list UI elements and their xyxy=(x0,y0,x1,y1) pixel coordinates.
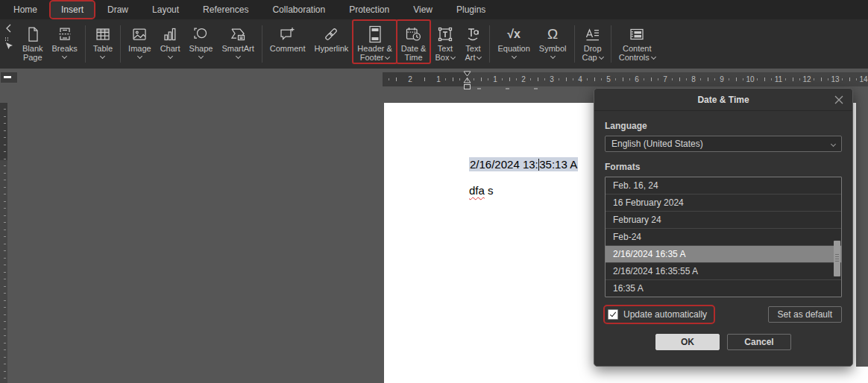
tab-collaboration[interactable]: Collaboration xyxy=(262,1,336,18)
select-pointer-icon[interactable] xyxy=(4,37,14,52)
ok-button[interactable]: OK xyxy=(655,334,720,350)
toolbar-button-text-art[interactable]: Text Art xyxy=(459,20,486,63)
toolbar-button-table[interactable]: Table xyxy=(89,20,117,60)
button-label: Blank xyxy=(22,44,43,53)
toolbar-button-comment[interactable]: Comment xyxy=(265,20,310,54)
equation-icon: √x xyxy=(507,24,521,44)
ruler-number: 14 xyxy=(858,75,868,84)
tab-stop-mark xyxy=(534,88,538,89)
close-icon[interactable] xyxy=(833,94,845,106)
horizontal-ruler: 2 1 1 2 3 4 5 6 7 8 9 10 11 12 13 14 xyxy=(383,72,868,86)
toolbar-divider xyxy=(120,25,121,63)
top-tab-bar: Home Insert Draw Layout References Colla… xyxy=(0,0,868,19)
set-as-default-button[interactable]: Set as default xyxy=(768,306,842,323)
toolbar-button-symbol[interactable]: Ω Symbol xyxy=(535,20,571,60)
chevron-down-icon xyxy=(100,54,105,59)
comment-icon xyxy=(278,24,298,44)
smartart-icon xyxy=(228,24,248,44)
listbox-scrollbar-thumb[interactable] xyxy=(834,241,840,276)
toolbar-button-shape[interactable]: Shape xyxy=(185,20,218,60)
language-select[interactable]: English (United States) xyxy=(605,136,842,152)
tab-stop-mark xyxy=(506,88,509,89)
indent-marker[interactable] xyxy=(462,71,472,90)
symbol-icon: Ω xyxy=(547,24,558,44)
toolbar-divider xyxy=(574,25,575,63)
button-label: Controls xyxy=(619,53,650,62)
format-option[interactable]: February 24 xyxy=(606,212,841,229)
toolbar-button-equation[interactable]: √x Equation xyxy=(493,20,534,60)
button-label: Symbol xyxy=(539,44,567,53)
toolbar-divider xyxy=(611,25,611,63)
ruler-number: 1 xyxy=(491,75,499,84)
ruler-number: 10 xyxy=(744,75,755,84)
text-art-icon xyxy=(464,24,482,44)
table-icon xyxy=(94,24,112,44)
shape-icon xyxy=(192,24,210,44)
date-time-field-text: 2/16/2024 13:35:13 A xyxy=(469,158,578,171)
ruler-number: 4 xyxy=(576,75,584,84)
toolbar-button-chart[interactable]: Chart xyxy=(156,20,185,60)
toolbar-button-hyperlink[interactable]: Hyperlink xyxy=(309,20,353,54)
ruler-number: 6 xyxy=(633,75,641,84)
button-label: Footer xyxy=(360,53,384,62)
vertical-ruler xyxy=(0,103,7,383)
collapse-toolbar-icon[interactable] xyxy=(4,22,14,34)
toolbar-divider xyxy=(489,25,490,63)
toolbar-button-blank-page[interactable]: Blank Page xyxy=(18,20,48,63)
button-label: Drop xyxy=(584,44,602,53)
format-option[interactable]: 16 February 2024 xyxy=(606,194,841,212)
tab-layout[interactable]: Layout xyxy=(142,1,189,18)
chevron-down-icon xyxy=(477,54,482,59)
toolbar-button-image[interactable]: Image xyxy=(124,20,156,60)
button-label: Hyperlink xyxy=(314,44,348,53)
cancel-button[interactable]: Cancel xyxy=(727,334,791,350)
update-automatically-checkbox[interactable] xyxy=(608,309,618,320)
selected-text: 2/16/2024 13:35:13 A xyxy=(469,157,578,171)
format-option[interactable]: Feb. 16, 24 xyxy=(606,177,841,194)
chevron-down-icon xyxy=(236,54,241,59)
tab-view[interactable]: View xyxy=(403,1,443,18)
toolbar-button-content-controls[interactable]: Content Controls xyxy=(614,20,660,63)
button-label: Image xyxy=(128,44,151,53)
chevron-down-icon xyxy=(137,54,142,59)
format-option-selected[interactable]: 2/16/2024 16:35 A xyxy=(606,246,841,263)
tab-insert[interactable]: Insert xyxy=(51,1,94,18)
text-box-icon xyxy=(436,24,454,44)
button-label: Time xyxy=(405,53,423,62)
tab-stop-mark xyxy=(477,88,481,89)
toolbar-button-drop-cap[interactable]: Drop Cap xyxy=(578,20,608,63)
right-scroll-area[interactable] xyxy=(856,86,868,367)
chevron-down-icon xyxy=(550,54,556,59)
chevron-down-icon xyxy=(599,54,604,59)
toolbar-button-breaks[interactable]: Breaks xyxy=(48,20,82,60)
ruler-origin-box[interactable] xyxy=(0,72,18,83)
button-label: Equation xyxy=(497,44,529,53)
toolbar-divider xyxy=(262,25,262,63)
tab-home[interactable]: Home xyxy=(3,1,48,18)
format-option[interactable]: Feb-24 xyxy=(606,229,841,246)
toolbar-button-header-footer[interactable]: Header & Footer xyxy=(353,20,396,63)
button-label: SmartArt xyxy=(221,44,254,53)
format-option[interactable]: 2/16/2024 16:35:55 A xyxy=(606,263,841,280)
tab-plugins[interactable]: Plugins xyxy=(446,1,496,18)
formats-listbox: Feb. 16, 24 16 February 2024 February 24… xyxy=(605,177,842,297)
toolbar-button-text-box[interactable]: Text Box xyxy=(430,20,459,63)
dialog-title: Date & Time xyxy=(697,95,749,105)
ruler-number: 2 xyxy=(520,75,527,84)
tab-references[interactable]: References xyxy=(192,1,259,18)
ruler-number: 9 xyxy=(718,75,726,84)
breaks-icon xyxy=(56,24,74,44)
blank-page-icon xyxy=(24,24,42,44)
button-label: Content xyxy=(623,44,652,53)
toolbar-button-date-time[interactable]: Date & Time xyxy=(397,20,431,63)
tab-draw[interactable]: Draw xyxy=(97,1,139,18)
toolbar-button-smartart[interactable]: SmartArt xyxy=(217,20,258,60)
tab-protection[interactable]: Protection xyxy=(339,1,400,18)
button-label: Art xyxy=(465,53,475,62)
format-option[interactable]: 16:35 A xyxy=(606,280,841,297)
date-time-icon xyxy=(404,24,423,44)
ruler-number: 8 xyxy=(690,75,697,84)
chevron-down-icon xyxy=(512,54,517,59)
dialog-header[interactable]: Date & Time xyxy=(594,89,852,111)
formats-label: Formats xyxy=(605,162,842,172)
